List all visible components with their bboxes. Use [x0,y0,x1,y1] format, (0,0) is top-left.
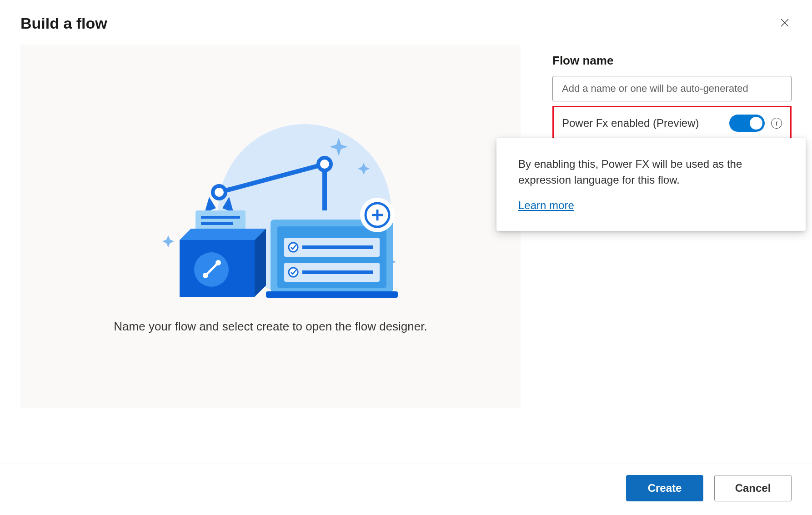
dialog-header: Build a flow [0,0,812,45]
cancel-button[interactable]: Cancel [714,475,792,501]
svg-marker-16 [255,229,266,297]
svg-rect-26 [302,245,373,249]
tooltip-text: By enabling this, Power FX will be used … [518,156,784,188]
info-icon[interactable]: i [771,118,782,129]
svg-marker-15 [180,229,266,240]
dialog-body: Name your flow and select create to open… [0,45,812,464]
flow-illustration [123,120,418,301]
power-fx-toggle-row: Power Fx enabled (Preview) i [552,106,792,140]
dialog-footer: Create Cancel [0,464,812,515]
svg-point-9 [318,158,331,170]
svg-rect-23 [266,291,398,298]
svg-point-25 [289,243,298,252]
create-button[interactable]: Create [626,475,703,501]
flow-name-label: Flow name [552,54,792,68]
dialog-title: Build a flow [20,15,107,32]
learn-more-link[interactable]: Learn more [518,199,574,211]
svg-rect-13 [201,222,233,225]
power-fx-toggle[interactable] [729,115,765,132]
illustration-panel: Name your flow and select create to open… [20,45,521,408]
close-button[interactable] [776,14,794,33]
svg-rect-12 [201,216,240,219]
close-icon [779,17,790,28]
build-flow-dialog: Build a flow [0,0,812,515]
toggle-knob [750,117,762,130]
flow-name-input[interactable] [552,76,792,101]
svg-point-28 [289,268,298,277]
power-fx-tooltip: By enabling this, Power FX will be used … [496,138,806,231]
svg-rect-29 [302,270,373,274]
power-fx-label: Power Fx enabled (Preview) [562,117,723,130]
illustration-caption: Name your flow and select create to open… [114,320,427,334]
form-panel: Flow name Power Fx enabled (Preview) i [552,45,792,464]
svg-point-8 [213,186,226,199]
svg-marker-5 [162,235,174,247]
